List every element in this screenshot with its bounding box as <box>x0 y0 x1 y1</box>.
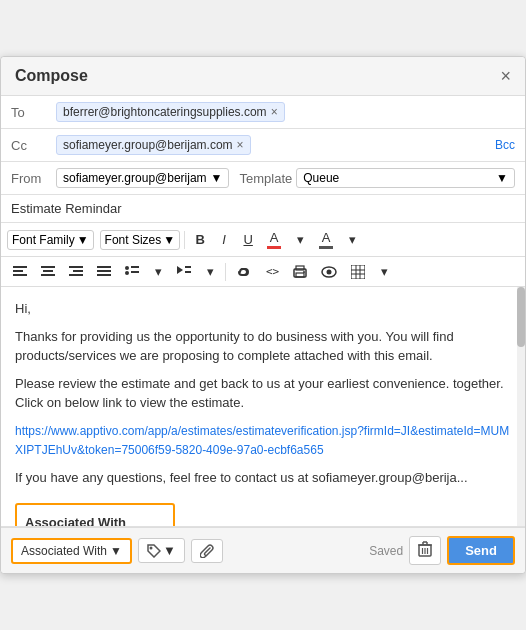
highlight-swatch <box>319 246 333 249</box>
cc-field-row: Cc sofiameyer.group@berijam.com × Bcc <box>1 129 525 162</box>
svg-rect-8 <box>69 274 83 276</box>
list-ul-button[interactable] <box>119 263 145 281</box>
tag-dropdown-icon: ▼ <box>163 543 176 558</box>
svg-rect-18 <box>185 266 191 268</box>
italic-button[interactable]: I <box>213 229 235 250</box>
indent-dropdown-btn[interactable]: ▾ <box>199 261 221 282</box>
assoc-footer-dropdown-icon: ▼ <box>110 544 122 558</box>
font-color-button[interactable]: A <box>261 227 287 252</box>
compose-header: Compose × <box>1 57 525 96</box>
svg-rect-7 <box>73 270 83 272</box>
cc-label: Cc <box>11 138 56 153</box>
to-email-remove[interactable]: × <box>271 105 278 119</box>
from-dropdown-icon: ▼ <box>211 171 223 185</box>
from-select[interactable]: sofiameyer.group@berijam ▼ <box>56 168 229 188</box>
svg-rect-13 <box>131 266 139 268</box>
attachment-button[interactable] <box>191 539 223 563</box>
font-sizes-select[interactable]: Font Sizes ▼ <box>100 230 181 250</box>
svg-rect-26 <box>351 265 365 279</box>
send-button[interactable]: Send <box>447 536 515 565</box>
dropdown-arrow-btn[interactable]: ▾ <box>289 229 311 250</box>
table-button[interactable] <box>345 262 371 282</box>
associated-with-box: Associated With Estimate1110 x Add New <box>15 503 175 527</box>
align-justify-icon <box>97 266 111 278</box>
body-greeting: Hi, <box>15 299 511 319</box>
svg-rect-4 <box>43 270 53 272</box>
subject-text: Estimate Remindar <box>11 201 122 216</box>
svg-rect-5 <box>41 274 55 276</box>
body-link[interactable]: https://www.apptivo.com/app/a/estimates/… <box>15 424 509 458</box>
from-value: sofiameyer.group@berijam <box>63 171 207 185</box>
template-select[interactable]: Queue ▼ <box>296 168 515 188</box>
list-icon <box>125 266 139 278</box>
align-right-icon <box>69 266 83 278</box>
delete-button[interactable] <box>409 536 441 565</box>
cc-email-text: sofiameyer.group@berijam.com <box>63 138 233 152</box>
link-button[interactable] <box>230 263 258 281</box>
align-left-button[interactable] <box>7 263 33 281</box>
cc-value: sofiameyer.group@berijam.com × <box>56 135 495 155</box>
highlight-button[interactable]: A <box>313 227 339 252</box>
align-center-button[interactable] <box>35 263 61 281</box>
toolbar-row-1: Font Family ▼ Font Sizes ▼ B I U A ▾ A ▾ <box>1 223 525 257</box>
toolbar-row-2: ▾ ▾ <> ▾ <box>1 257 525 287</box>
font-sizes-dropdown-icon: ▼ <box>163 233 175 247</box>
template-label: Template <box>239 171 292 186</box>
editor-area[interactable]: Hi, Thanks for providing us the opportun… <box>1 287 525 527</box>
svg-rect-1 <box>13 270 23 272</box>
print-button[interactable] <box>287 262 313 282</box>
svg-marker-17 <box>177 266 183 274</box>
bcc-link[interactable]: Bcc <box>495 138 515 152</box>
attachment-icon <box>200 544 214 558</box>
template-value: Queue <box>303 171 496 185</box>
tag-button[interactable]: ▼ <box>138 538 185 563</box>
font-sizes-label: Font Sizes <box>105 233 162 247</box>
bold-button[interactable]: B <box>189 229 211 250</box>
highlight-dropdown-btn[interactable]: ▾ <box>341 229 363 250</box>
scrollbar-thumb[interactable] <box>517 287 525 347</box>
svg-rect-6 <box>69 266 83 268</box>
svg-rect-10 <box>97 270 111 272</box>
print-icon <box>293 265 307 279</box>
to-field-row: To bferrer@brightoncateringsupplies.com … <box>1 96 525 129</box>
saved-text: Saved <box>369 544 403 558</box>
preview-button[interactable] <box>315 263 343 281</box>
underline-button[interactable]: U <box>237 229 259 250</box>
svg-rect-3 <box>41 266 55 268</box>
body-para1: Thanks for providing us the opportunity … <box>15 327 511 366</box>
from-template-row: From sofiameyer.group@berijam ▼ Template… <box>1 162 525 195</box>
compose-footer: Associated With ▼ ▼ Saved Send <box>1 527 525 573</box>
toolbar-divider-2 <box>225 263 226 281</box>
scrollbar-track[interactable] <box>517 287 525 526</box>
svg-rect-11 <box>97 274 111 276</box>
to-value: bferrer@brightoncateringsupplies.com × <box>56 102 515 122</box>
template-dropdown-icon: ▼ <box>496 171 508 185</box>
close-button[interactable]: × <box>500 67 511 85</box>
font-color-swatch <box>267 246 281 249</box>
indent-button[interactable] <box>171 263 197 281</box>
cc-email-tag[interactable]: sofiameyer.group@berijam.com × <box>56 135 251 155</box>
font-family-select[interactable]: Font Family ▼ <box>7 230 94 250</box>
to-email-tag[interactable]: bferrer@brightoncateringsupplies.com × <box>56 102 285 122</box>
subject-row: Estimate Remindar <box>1 195 525 223</box>
code-button[interactable]: <> <box>260 262 285 281</box>
trash-icon <box>418 541 432 557</box>
svg-rect-0 <box>13 266 27 268</box>
associated-with-footer-button[interactable]: Associated With ▼ <box>11 538 132 564</box>
tag-icon <box>147 544 161 558</box>
table-dropdown-btn[interactable]: ▾ <box>373 261 395 282</box>
svg-point-12 <box>125 266 129 270</box>
align-center-icon <box>41 266 55 278</box>
list-dropdown-btn[interactable]: ▾ <box>147 261 169 282</box>
align-right-button[interactable] <box>63 263 89 281</box>
highlight-label: A <box>322 230 331 245</box>
assoc-footer-label: Associated With <box>21 544 107 558</box>
compose-title: Compose <box>15 67 88 85</box>
preview-icon <box>321 266 337 278</box>
svg-rect-9 <box>97 266 111 268</box>
cc-email-remove[interactable]: × <box>237 138 244 152</box>
align-justify-button[interactable] <box>91 263 117 281</box>
indent-icon <box>177 266 191 278</box>
from-label: From <box>11 171 56 186</box>
body-para3: If you have any questions, feel free to … <box>15 468 511 488</box>
